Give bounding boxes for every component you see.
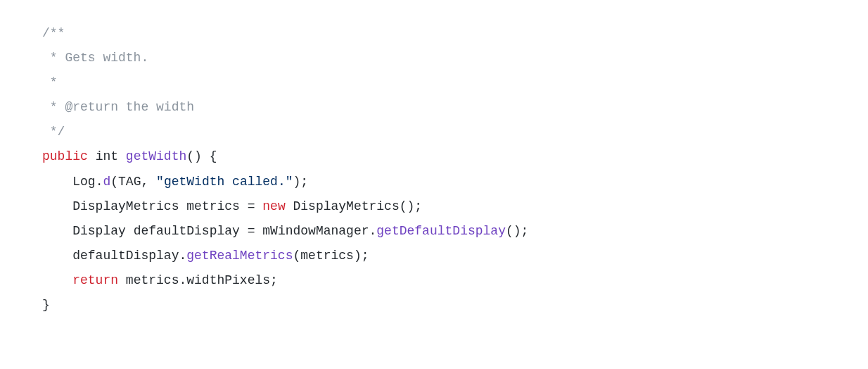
log-method-d: d	[103, 175, 110, 189]
paren-close: )	[293, 175, 301, 189]
code-line-11: return metrics.widthPixels;	[42, 268, 826, 293]
comment-open: /**	[42, 26, 65, 40]
type-int: int	[96, 149, 118, 163]
code-line-7: Log.d(TAG, "getWidth called.");	[42, 170, 826, 194]
log-class: Log	[72, 175, 95, 189]
code-line-9: Display defaultDisplay = mWindowManager.…	[42, 219, 826, 244]
comment-return: * @return the width	[42, 100, 194, 114]
keyword-public: public	[42, 149, 88, 163]
return-expr: metrics.widthPixels;	[118, 273, 278, 287]
comment-close: */	[42, 125, 65, 139]
obj-defaultdisplay: defaultDisplay.	[72, 249, 186, 263]
code-line-1: /**	[42, 21, 826, 46]
code-line-8: DisplayMetrics metrics = new DisplayMetr…	[42, 194, 826, 219]
code-line-5: */	[42, 120, 826, 144]
tail: ();	[506, 224, 528, 238]
method-name-getwidth: getWidth	[126, 149, 186, 163]
semicolon: ;	[414, 199, 422, 213]
var-defaultdisplay: defaultDisplay = mWindowManager.	[126, 224, 376, 238]
code-line-6: public int getWidth() {	[42, 144, 826, 169]
tag-constant: TAG	[118, 175, 141, 189]
type-display: Display	[72, 224, 126, 238]
method-getrealmetrics: getRealMetrics	[186, 249, 293, 263]
code-snippet: /** * Gets width. * * @return the width …	[42, 21, 826, 318]
code-line-12: }	[42, 293, 826, 318]
method-getdefaultdisplay: getDefaultDisplay	[376, 224, 506, 238]
constructor-displaymetrics: DisplayMetrics()	[286, 199, 415, 213]
comment-text: * Gets width.	[42, 51, 148, 65]
paren-open: (	[110, 175, 118, 189]
type-displaymetrics: DisplayMetrics	[72, 199, 179, 213]
string-literal: "getWidth called."	[156, 175, 293, 189]
parens: ()	[186, 149, 202, 163]
code-line-3: *	[42, 70, 826, 95]
code-line-4: * @return the width	[42, 95, 826, 120]
comment-text: *	[42, 75, 58, 89]
brace-open: {	[202, 149, 217, 163]
comma: ,	[141, 175, 156, 189]
keyword-new: new	[262, 199, 285, 213]
var-metrics: metrics =	[179, 199, 262, 213]
code-line-10: defaultDisplay.getRealMetrics(metrics);	[42, 244, 826, 268]
keyword-return: return	[72, 273, 118, 287]
brace-close: }	[42, 298, 50, 312]
semicolon: ;	[300, 175, 308, 189]
code-line-2: * Gets width.	[42, 46, 826, 70]
tail: (metrics);	[293, 249, 369, 263]
dot: .	[96, 175, 103, 189]
